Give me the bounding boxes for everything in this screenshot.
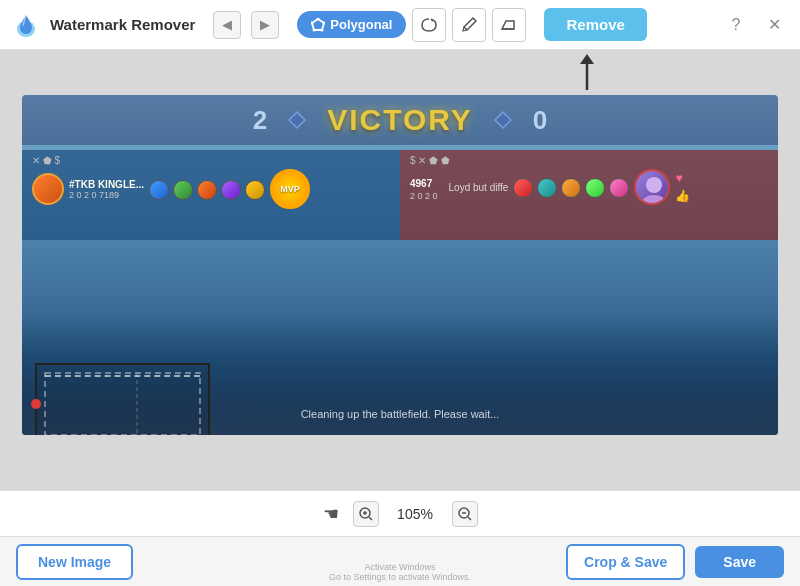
- hero-icon-r2: [537, 178, 557, 198]
- zoom-out-icon: [458, 507, 472, 521]
- svg-line-23: [468, 517, 471, 520]
- waiting-text: Cleaning up the battlefield. Please wait…: [301, 408, 500, 420]
- diamond-icon-2: [493, 110, 513, 130]
- reaction-icons: ♥ 👍: [675, 171, 690, 203]
- hero-icon-3: [197, 180, 217, 200]
- back-icon: ◀: [222, 17, 232, 32]
- polygonal-tool-button[interactable]: Polygonal: [297, 11, 406, 38]
- forward-icon: ▶: [260, 17, 270, 32]
- app-title: Watermark Remover: [50, 16, 195, 33]
- player-avatar-left: [32, 173, 64, 205]
- game-screenshot: 2 VICTORY 0 ✕ ⬟ $: [22, 95, 778, 435]
- score-left: 2: [253, 105, 267, 136]
- app-logo-icon: [12, 11, 40, 39]
- svg-point-4: [321, 28, 324, 31]
- svg-line-19: [369, 517, 372, 520]
- svg-marker-1: [312, 19, 324, 30]
- selection-dashes: [37, 365, 208, 435]
- crop-save-button[interactable]: Crop & Save: [566, 544, 685, 580]
- hero-icon-1: [149, 180, 169, 200]
- header-icons-left: ✕ ⬟ $: [32, 155, 60, 166]
- zoom-in-icon: [359, 507, 373, 521]
- help-icon: ?: [732, 16, 741, 34]
- svg-marker-10: [580, 54, 594, 64]
- canvas-area: 2 VICTORY 0 ✕ ⬟ $: [0, 50, 800, 490]
- hero-icon-2: [173, 180, 193, 200]
- svg-rect-16: [45, 373, 200, 435]
- thumbsup-icon: 👍: [675, 189, 690, 203]
- up-arrow-icon: [575, 52, 599, 92]
- right-stats-text: 4967 2 0 2 0: [410, 173, 438, 201]
- tools-group: Polygonal: [297, 8, 526, 42]
- stats-left-team: ✕ ⬟ $ #TKB KINGLE... 2 0 2 0 7189: [22, 150, 400, 240]
- brush-icon: [460, 16, 478, 34]
- hero-icons-right: [513, 178, 629, 198]
- hero-icon-r1: [513, 178, 533, 198]
- zoom-toolbar: ☚ 105%: [0, 490, 800, 536]
- svg-marker-7: [502, 21, 514, 29]
- player-info-left: #TKB KINGLE... 2 0 2 0 7189: [69, 179, 144, 200]
- zoom-in-button[interactable]: [353, 501, 379, 527]
- eraser-icon: [500, 16, 518, 34]
- mvp-badge: MVP: [270, 169, 310, 209]
- hero-icon-r4: [585, 178, 605, 198]
- new-image-button[interactable]: New Image: [16, 544, 133, 580]
- zoom-level: 105%: [393, 506, 438, 522]
- right-player-stats: 2 0 2 0: [410, 191, 438, 201]
- title-bar: Watermark Remover ◀ ▶ Polygonal: [0, 0, 800, 50]
- remove-button[interactable]: Remove: [544, 8, 646, 41]
- arrow-hint: [575, 52, 599, 92]
- kills-display: 4967: [410, 178, 432, 189]
- polygonal-icon: [311, 18, 325, 32]
- right-player-avatar: [634, 169, 670, 205]
- hero-icon-r5: [609, 178, 629, 198]
- stats-right-team: $ ✕ ⬟ ⬟ 4967 2 0 2 0 Loyd but diffe: [400, 150, 778, 240]
- lasso-tool-button[interactable]: [412, 8, 446, 42]
- hero-icons-left: [149, 180, 265, 200]
- save-button[interactable]: Save: [695, 546, 784, 578]
- svg-point-15: [646, 177, 662, 193]
- score-right: 0: [533, 105, 547, 136]
- lasso-icon: [420, 16, 438, 34]
- eraser-tool-button[interactable]: [492, 8, 526, 42]
- help-button[interactable]: ?: [722, 11, 750, 39]
- activation-text: Activate Windows: [329, 562, 471, 572]
- player-name-right: Loyd but diffe: [449, 182, 509, 193]
- pan-tool-icon[interactable]: ☚: [323, 503, 339, 525]
- image-container: 2 VICTORY 0 ✕ ⬟ $: [22, 95, 778, 435]
- zoom-out-button[interactable]: [452, 501, 478, 527]
- stats-header-right: $ ✕ ⬟ ⬟: [410, 155, 768, 166]
- heart-icon: ♥: [675, 171, 690, 185]
- back-button[interactable]: ◀: [213, 11, 241, 39]
- footer-right: Crop & Save Save: [566, 544, 784, 580]
- player-row-left: #TKB KINGLE... 2 0 2 0 7189 MVP: [32, 169, 390, 209]
- close-icon: ✕: [768, 15, 781, 34]
- forward-button[interactable]: ▶: [251, 11, 279, 39]
- victory-text: VICTORY: [327, 103, 473, 137]
- selection-box: [35, 363, 210, 435]
- stats-row: ✕ ⬟ $ #TKB KINGLE... 2 0 2 0 7189: [22, 150, 778, 240]
- stats-header-left: ✕ ⬟ $: [32, 155, 390, 166]
- hero-icon-5: [245, 180, 265, 200]
- player-row-right: 4967 2 0 2 0 Loyd but diffe: [410, 169, 768, 205]
- window-controls: ? ✕: [722, 11, 788, 39]
- victory-banner: 2 VICTORY 0: [22, 95, 778, 145]
- polygonal-tool-label: Polygonal: [330, 17, 392, 32]
- player-name-left: #TKB KINGLE...: [69, 179, 144, 190]
- svg-point-5: [313, 28, 316, 31]
- player-stats-left: 2 0 2 0 7189: [69, 190, 144, 200]
- footer: New Image Activate Windows Go to Setting…: [0, 536, 800, 586]
- activation-notice: Activate Windows Go to Settings to activ…: [329, 562, 471, 582]
- brush-tool-button[interactable]: [452, 8, 486, 42]
- hero-icon-4: [221, 180, 241, 200]
- close-button[interactable]: ✕: [760, 11, 788, 39]
- activation-subtext: Go to Settings to activate Windows.: [329, 572, 471, 582]
- diamond-icon: [287, 110, 307, 130]
- hero-icon-r3: [561, 178, 581, 198]
- right-avatar-img: [636, 171, 670, 205]
- header-icons-right: $ ✕ ⬟ ⬟: [410, 155, 450, 166]
